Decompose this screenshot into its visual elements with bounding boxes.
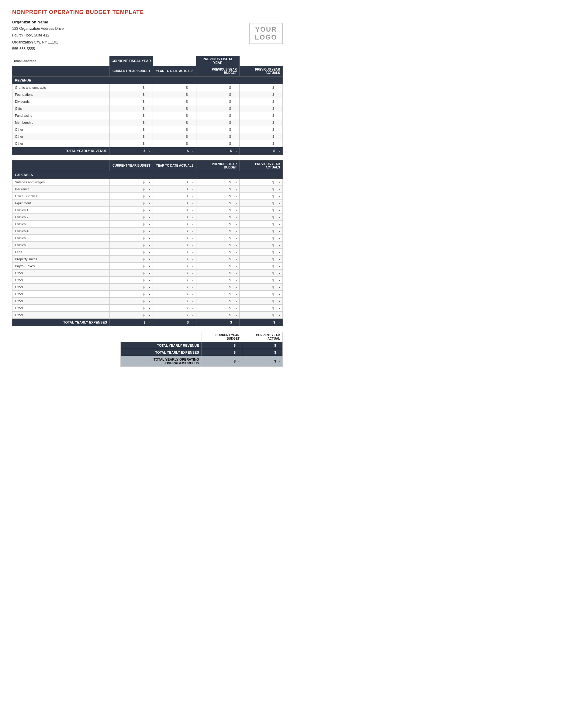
revenue-item-cur-budget: $ - [110, 140, 153, 147]
revenue-item-label: Foundations [13, 91, 110, 98]
expense-item-prev-actuals: $ - [239, 213, 282, 221]
expense-item-prev-actuals: $ - [239, 269, 282, 276]
revenue-item-cur-budget: $ - [110, 98, 153, 105]
expense-item-prev-budget: $ - [196, 192, 239, 200]
expense-item-label: Utilities 6 [13, 242, 110, 248]
expense-row: Other $ - $ - $ - $ - [13, 283, 283, 290]
expense-item-ytd: $ - [153, 200, 196, 206]
expense-item-cur-budget: $ - [110, 283, 153, 290]
expense-item-label: Other [13, 304, 110, 311]
expense-item-prev-actuals: $ - [239, 227, 282, 234]
expense-item-cur-budget: $ - [110, 304, 153, 311]
expense-item-prev-actuals: $ - [239, 255, 282, 263]
expense-item-ytd: $ - [153, 255, 196, 263]
expense-item-ytd: $ - [153, 304, 196, 311]
expense-item-prev-budget: $ - [196, 304, 239, 311]
summary-expenses-row: TOTAL YEARLY EXPENSES $ - $ - [121, 349, 283, 356]
expense-item-label: Utilities 1 [13, 206, 110, 213]
expense-item-prev-budget: $ - [196, 276, 239, 283]
expense-row: Other $ - $ - $ - $ - [13, 297, 283, 304]
revenue-item-prev-actuals: $ - [239, 112, 282, 119]
summary-header-empty [121, 332, 202, 342]
revenue-section-header: REVENUE [13, 76, 283, 84]
exp-col-header-prev-actuals: PREVIOUS YEAR ACTUALS [239, 160, 282, 171]
expense-item-label: Fees [13, 248, 110, 255]
expense-item-prev-budget: $ - [196, 297, 239, 304]
revenue-row: Grants and contracts $ - $ - $ - $ - [13, 84, 283, 91]
revenue-item-ytd: $ - [153, 112, 196, 119]
revenue-total-label: TOTAL YEARLY REVENUE [13, 147, 110, 154]
expense-item-prev-budget: $ - [196, 311, 239, 318]
revenue-table: CURRENT YEAR BUDGET YEAR TO DATE ACTUALS… [12, 66, 283, 155]
summary-surplus-actual: $ - [242, 356, 282, 367]
summary-surplus-row: TOTAL YEARLY OPERATING OVERAGE/SURPLUS $… [121, 356, 283, 367]
revenue-item-prev-budget: $ - [196, 84, 239, 91]
expense-item-prev-budget: $ - [196, 200, 239, 206]
expense-item-ytd: $ - [153, 206, 196, 213]
revenue-item-ytd: $ - [153, 91, 196, 98]
expense-item-prev-actuals: $ - [239, 179, 282, 185]
expense-item-label: Utilities 2 [13, 213, 110, 221]
expense-row: Other $ - $ - $ - $ - [13, 311, 283, 318]
expense-item-prev-budget: $ - [196, 206, 239, 213]
revenue-total-ytd: $ - [153, 147, 196, 154]
expense-item-label: Office Supplies [13, 192, 110, 200]
expense-item-label: Property Taxes [13, 255, 110, 263]
expense-item-label: Utilities 4 [13, 227, 110, 234]
expense-item-label: Equipment [13, 200, 110, 206]
expense-item-prev-actuals: $ - [239, 221, 282, 227]
expenses-total-row: TOTAL YEARLY EXPENSES $ - $ - $ - $ - [13, 318, 283, 326]
expenses-table: CURRENT YEAR BUDGET YEAR TO DATE ACTUALS… [12, 160, 283, 326]
expense-item-cur-budget: $ - [110, 276, 153, 283]
summary-surplus-label: TOTAL YEARLY OPERATING OVERAGE/SURPLUS [121, 356, 202, 367]
expense-item-label: Other [13, 297, 110, 304]
expense-item-prev-actuals: $ - [239, 297, 282, 304]
revenue-total-row: TOTAL YEARLY REVENUE $ - $ - $ - $ - [13, 147, 283, 154]
revenue-item-label: Other [13, 140, 110, 147]
revenue-item-label: Other [13, 126, 110, 133]
revenue-item-prev-budget: $ - [196, 119, 239, 126]
expense-item-prev-actuals: $ - [239, 200, 282, 206]
summary-header-row: CURRENT YEAR BUDGET CURRENT YEAR ACTUAL [121, 332, 283, 342]
col-header-cur-budget: CURRENT YEAR BUDGET [110, 66, 153, 76]
expense-item-cur-budget: $ - [110, 221, 153, 227]
expense-item-cur-budget: $ - [110, 263, 153, 269]
prev-fy-label: PREVIOUS FISCAL YEAR [196, 56, 239, 66]
exp-col-header-prev-budget: PREVIOUS YEAR BUDGET [196, 160, 239, 171]
expense-item-cur-budget: $ - [110, 213, 153, 221]
summary-revenue-actual: $ - [242, 342, 282, 349]
revenue-row: Dividends $ - $ - $ - $ - [13, 98, 283, 105]
expense-item-prev-budget: $ - [196, 221, 239, 227]
expense-item-label: Other [13, 276, 110, 283]
org-address1: 123 Organization Address Drive [12, 25, 64, 32]
fiscal-header-row: email address CURRENT FISCAL YEAR PREVIO… [12, 56, 283, 66]
revenue-item-ytd: $ - [153, 98, 196, 105]
expense-item-prev-actuals: $ - [239, 206, 282, 213]
expense-item-cur-budget: $ - [110, 242, 153, 248]
revenue-item-prev-actuals: $ - [239, 133, 282, 140]
expense-item-prev-actuals: $ - [239, 311, 282, 318]
revenue-item-ytd: $ - [153, 119, 196, 126]
expense-row: Fees $ - $ - $ - $ - [13, 248, 283, 255]
expense-item-ytd: $ - [153, 248, 196, 255]
expense-item-label: Other [13, 269, 110, 276]
expenses-section-header: EXPENSES [13, 171, 283, 179]
expense-item-prev-budget: $ - [196, 227, 239, 234]
revenue-item-label: Dividends [13, 98, 110, 105]
summary-header-actual: CURRENT YEAR ACTUAL [242, 332, 282, 342]
summary-expenses-label: TOTAL YEARLY EXPENSES [121, 349, 202, 356]
summary-revenue-label: TOTAL YEARLY REVENUE [121, 342, 202, 349]
expense-row: Other $ - $ - $ - $ - [13, 269, 283, 276]
expense-item-prev-budget: $ - [196, 185, 239, 192]
revenue-item-prev-budget: $ - [196, 140, 239, 147]
expense-item-prev-actuals: $ - [239, 283, 282, 290]
org-phone: 555-555-5555 [12, 46, 64, 52]
revenue-row: Foundations $ - $ - $ - $ - [13, 91, 283, 98]
revenue-total-cur-budget: $ - [110, 147, 153, 154]
revenue-item-prev-actuals: $ - [239, 140, 282, 147]
expenses-total-prev-budget: $ - [196, 318, 239, 326]
expense-row: Utilities 2 $ - $ - $ - $ - [13, 213, 283, 221]
expense-item-cur-budget: $ - [110, 255, 153, 263]
expenses-total-cur-budget: $ - [110, 318, 153, 326]
org-name: Organization Name [12, 20, 64, 24]
